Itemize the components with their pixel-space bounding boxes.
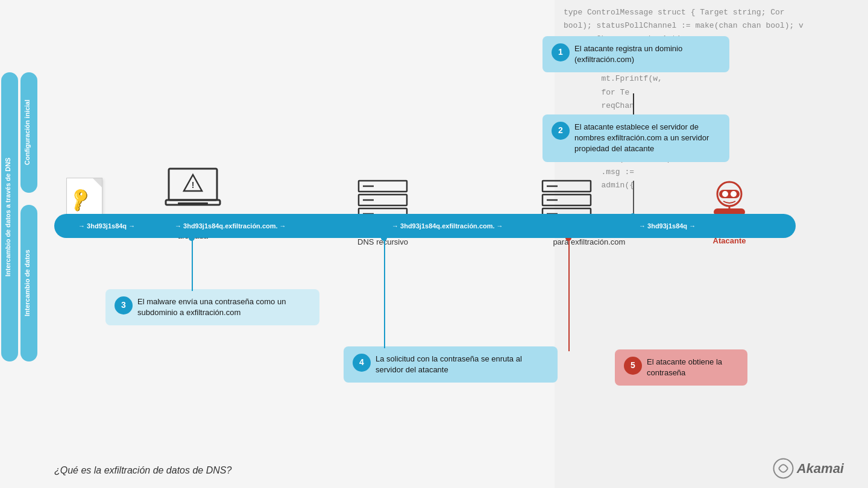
step1-circle: 1 <box>552 43 570 61</box>
arrow-label-1: → 3hd93j1s84q → <box>78 222 135 230</box>
arrow-label-2: → 3hd93j1s84q.exfiltración.com. → <box>175 222 286 230</box>
arrow-label-4: → 3hd93j1s84q → <box>639 222 696 230</box>
step1-box: 1 El atacante registra un dominio (exfil… <box>542 36 729 72</box>
bottom-title: ¿Qué es la exfiltración de datos de DNS? <box>54 465 231 476</box>
svg-point-20 <box>731 191 737 197</box>
akamai-icon <box>773 458 794 479</box>
connector-step2-dnsauth <box>633 181 634 216</box>
main-diagram: Intercambio de datos a través de DNS Con… <box>0 0 868 488</box>
step3-text: El malware envía una contraseña como un … <box>137 296 310 318</box>
connector-dnsrec-step4 <box>384 238 385 348</box>
step4-box: 4 La solicitud con la contraseña se enru… <box>344 346 558 383</box>
arrow-label-3: → 3hd93j1s84q.exfiltración.com. → <box>392 222 503 230</box>
svg-point-25 <box>773 459 793 478</box>
step3-circle: 3 <box>115 296 133 314</box>
akamai-logo: Akamai <box>773 458 844 479</box>
svg-point-19 <box>722 191 728 197</box>
label-intercambio-dns: Intercambio de datos a través de DNS <box>1 72 18 361</box>
akamai-text: Akamai <box>797 461 844 477</box>
step5-box: 5 El atacante obtiene la contraseña <box>615 349 747 386</box>
step1-text: El atacante registra un dominio (exfiltr… <box>574 43 720 65</box>
step4-text: La solicitud con la contraseña se enruta… <box>376 354 549 375</box>
connector-dnsauth-step5 <box>568 238 570 351</box>
step2-text: El atacante establece el servidor de nom… <box>574 122 720 155</box>
svg-rect-4 <box>178 202 208 204</box>
step2-box: 2 El atacante establece el servidor de n… <box>542 114 729 162</box>
label-intercambio-datos: Intercambio de datos <box>20 205 37 361</box>
connector-laptop-step3 <box>192 238 193 291</box>
step5-circle: 5 <box>624 357 642 375</box>
label-config: Configuración inicial <box>20 72 37 193</box>
step3-box: 3 El malware envía una contraseña como u… <box>105 289 319 325</box>
step2-circle: 2 <box>552 122 570 140</box>
connector-1-2 <box>633 93 634 114</box>
laptop-icon: ! <box>163 166 223 214</box>
timeline-bar: → 3hd93j1s84q → → 3hd93j1s84q.exfiltraci… <box>54 214 796 238</box>
left-labels: Intercambio de datos a través de DNS Con… <box>0 72 45 361</box>
svg-text:!: ! <box>192 180 195 190</box>
step4-circle: 4 <box>353 354 371 372</box>
step5-text: El atacante obtiene la contraseña <box>647 357 738 378</box>
